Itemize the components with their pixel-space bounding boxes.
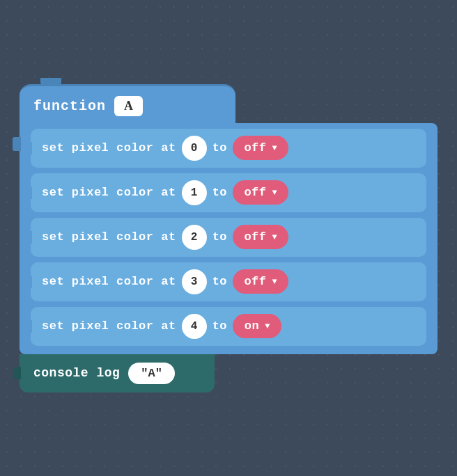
to-label-4: to — [212, 319, 227, 333]
to-label-1: to — [212, 186, 227, 199]
pixel-row-0: set pixel color at 0 to off ▼ — [31, 129, 426, 168]
console-label: console log — [33, 366, 120, 380]
row-text-2: set pixel color at — [42, 230, 176, 244]
function-block: function A — [20, 84, 235, 123]
row-text-1: set pixel color at — [42, 186, 176, 199]
off-dropdown-2[interactable]: off ▼ — [233, 225, 288, 249]
pixel-row-2: set pixel color at 2 to off ▼ — [31, 218, 426, 257]
off-label-0: off — [244, 141, 266, 154]
to-label-3: to — [212, 275, 227, 288]
row-text-3: set pixel color at — [42, 275, 176, 288]
off-label-1: off — [244, 186, 266, 199]
pixel-row-4: set pixel color at 4 to on ▼ — [31, 307, 426, 346]
number-badge-3[interactable]: 3 — [182, 269, 207, 294]
dropdown-arrow-3: ▼ — [272, 277, 277, 287]
pixel-row-1: set pixel color at 1 to off ▼ — [31, 173, 426, 212]
function-label: function — [33, 98, 106, 114]
to-label-2: to — [212, 230, 227, 244]
console-value-badge[interactable]: "A" — [128, 363, 175, 384]
pixel-row-3: set pixel color at 3 to off ▼ — [31, 262, 426, 301]
on-label-4: on — [245, 319, 259, 333]
dropdown-arrow-2: ▼ — [272, 232, 277, 242]
function-notch — [40, 78, 61, 86]
dropdown-arrow-0: ▼ — [272, 143, 277, 153]
on-dropdown-4[interactable]: on ▼ — [233, 314, 281, 338]
row-text-4: set pixel color at — [42, 319, 176, 333]
dropdown-arrow-4: ▼ — [265, 322, 270, 331]
off-dropdown-0[interactable]: off ▼ — [233, 136, 288, 160]
off-label-2: off — [244, 230, 266, 244]
row-text-0: set pixel color at — [42, 141, 176, 154]
off-label-3: off — [244, 275, 266, 288]
console-block: console log "A" — [20, 354, 215, 392]
number-badge-0[interactable]: 0 — [182, 136, 207, 161]
number-badge-1[interactable]: 1 — [182, 180, 207, 205]
number-badge-4[interactable]: 4 — [182, 314, 207, 339]
function-name-badge[interactable]: A — [114, 96, 143, 116]
workspace: function A set pixel color at 0 to off ▼… — [20, 84, 437, 392]
dropdown-arrow-1: ▼ — [272, 188, 277, 198]
off-dropdown-3[interactable]: off ▼ — [233, 269, 288, 294]
off-dropdown-1[interactable]: off ▼ — [233, 180, 288, 205]
to-label-0: to — [212, 141, 227, 154]
block-body: set pixel color at 0 to off ▼ set pixel … — [20, 123, 437, 354]
number-badge-2[interactable]: 2 — [182, 225, 207, 250]
